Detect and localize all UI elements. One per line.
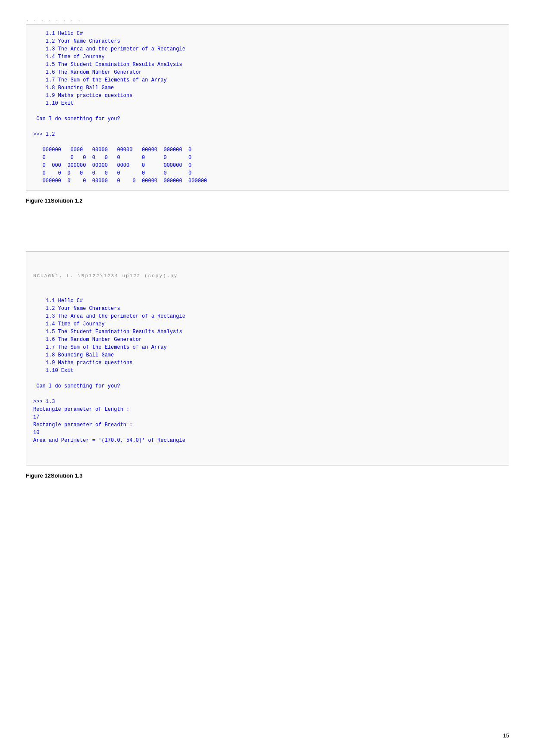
section-2: NCUAGN1. L. \Rp122\1234 up122 (copy).py … — [26, 251, 509, 479]
page-container: . . . . . . . . 1.1 Hello C# 1.2 Your Na… — [0, 0, 535, 756]
section1-caption: Figure 11Solution 1.2 — [26, 197, 509, 204]
section2-code-content: 1.1 Hello C# 1.2 Your Name Characters 1.… — [33, 297, 502, 444]
section2-code-block: NCUAGN1. L. \Rp122\1234 up122 (copy).py … — [26, 251, 509, 465]
section2-header-text: NCUAGN1. L. \Rp122\1234 up122 (copy).py — [33, 272, 502, 280]
section2-caption: Figure 12Solution 1.3 — [26, 472, 509, 479]
section1-code-block: 1.1 Hello C# 1.2 Your Name Characters 1.… — [26, 24, 509, 191]
section-gap-1 — [26, 217, 509, 251]
section-1: . . . . . . . . 1.1 Hello C# 1.2 Your Na… — [26, 17, 509, 204]
page-number: 15 — [503, 732, 509, 739]
section1-header-dots: . . . . . . . . — [26, 17, 509, 22]
